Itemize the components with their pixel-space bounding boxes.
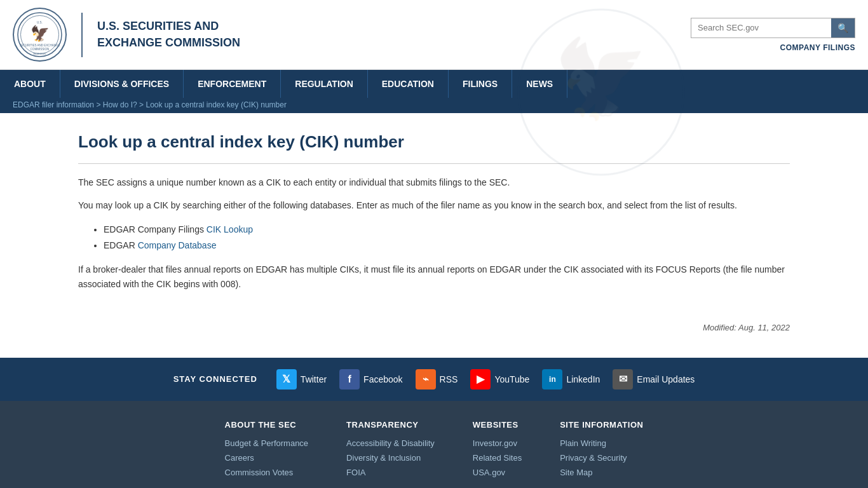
company-database-link[interactable]: Company Database [138, 240, 217, 250]
footer-link-related[interactable]: Related Sites [473, 453, 522, 463]
breadcrumb-current: Look up a central index key (CIK) number [146, 100, 286, 109]
email-link[interactable]: ✉ Email Updates [613, 369, 695, 390]
facebook-icon: f [339, 369, 360, 390]
footer-link-budget[interactable]: Budget & Performance [225, 438, 309, 448]
nav-item-news[interactable]: NEWS [512, 70, 567, 98]
list-item-edgar-filings: EDGAR Company Filings CIK Lookup [104, 222, 790, 238]
breadcrumb-link-howdoi[interactable]: How do I? [103, 100, 137, 109]
paragraph-3: If a broker-dealer that files annual rep… [78, 262, 790, 291]
svg-text:U.S.: U.S. [37, 21, 43, 24]
breadcrumb-link-edgar[interactable]: EDGAR filer information [13, 100, 94, 109]
breadcrumb: EDGAR filer information > How do I? > Lo… [13, 100, 855, 109]
footer-link-privacy[interactable]: Privacy & Security [560, 453, 643, 463]
footer-heading-site-info: SITE INFORMATION [560, 420, 643, 430]
linkedin-label: LinkedIn [566, 374, 600, 384]
search-button[interactable]: 🔍 [831, 18, 855, 37]
site-header: 🦅 🦅 SECURITIES AND EXCHANGE COMMISSION U… [0, 0, 868, 70]
footer-heading-about: ABOUT THE SEC [225, 420, 309, 430]
email-icon: ✉ [613, 369, 633, 390]
twitter-link[interactable]: 𝕏 Twitter [276, 369, 327, 390]
rss-icon: ⌁ [416, 369, 436, 390]
footer-link-sitemap[interactable]: Site Map [560, 468, 643, 477]
list-item-edgar-company: EDGAR Company Database [104, 238, 790, 254]
main-content: Look up a central index key (CIK) number… [0, 113, 868, 358]
footer-col-site-info: SITE INFORMATION Plain Writing Privacy &… [560, 420, 643, 482]
nav-item-filings[interactable]: FILINGS [449, 70, 512, 98]
footer-heading-transparency: TRANSPARENCY [346, 420, 435, 430]
footer-link-usa[interactable]: USA.gov [473, 468, 522, 477]
agency-name: U.S. SECURITIES AND EXCHANGE COMMISSION [97, 18, 240, 50]
bullet-prefix-1: EDGAR Company Filings [104, 224, 207, 234]
rss-link[interactable]: ⌁ RSS [416, 369, 458, 390]
nav-item-education[interactable]: EDUCATION [368, 70, 449, 98]
search-bar: 🔍 [691, 18, 855, 38]
company-filings-link[interactable]: COMPANY FILINGS [780, 43, 855, 52]
youtube-label: YouTube [494, 374, 529, 384]
main-nav: ABOUT DIVISIONS & OFFICES ENFORCEMENT RE… [0, 70, 868, 98]
paragraph-1: The SEC assigns a unique number known as… [78, 175, 790, 189]
header-divider [81, 13, 83, 57]
facebook-link[interactable]: f Facebook [339, 369, 402, 390]
title-divider [78, 163, 790, 164]
footer-heading-websites: WEBSITES [473, 420, 522, 430]
bullet-list: EDGAR Company Filings CIK Lookup EDGAR C… [104, 222, 790, 254]
nav-item-divisions[interactable]: DIVISIONS & OFFICES [60, 70, 184, 98]
paragraph-2: You may look up a CIK by searching eithe… [78, 198, 790, 212]
site-footer: ABOUT THE SEC Budget & Performance Caree… [0, 401, 868, 488]
footer-link-careers[interactable]: Careers [225, 453, 309, 463]
breadcrumb-separator-2: > [139, 100, 146, 109]
twitter-icon: 𝕏 [276, 369, 297, 390]
footer-link-commission[interactable]: Commission Votes [225, 468, 309, 477]
footer-col-transparency: TRANSPARENCY Accessibility & Disability … [346, 420, 435, 482]
linkedin-icon: in [542, 369, 562, 390]
rss-label: RSS [440, 374, 458, 384]
page-title: Look up a central index key (CIK) number [78, 132, 790, 152]
svg-text:COMMISSION: COMMISSION [31, 48, 50, 51]
stay-connected-label: STAY CONNECTED [173, 374, 257, 384]
linkedin-link[interactable]: in LinkedIn [542, 369, 600, 390]
search-input[interactable] [691, 19, 831, 36]
footer-link-plain-writing[interactable]: Plain Writing [560, 438, 643, 448]
svg-text:MCMXXXIV: MCMXXXIV [33, 53, 46, 55]
footer-link-diversity[interactable]: Diversity & Inclusion [346, 453, 435, 463]
nav-item-regulation[interactable]: REGULATION [281, 70, 368, 98]
facebook-label: Facebook [363, 374, 402, 384]
header-right: 🔍 COMPANY FILINGS [691, 18, 855, 52]
footer-col-about: ABOUT THE SEC Budget & Performance Caree… [225, 420, 309, 482]
email-label: Email Updates [637, 374, 695, 384]
modified-date: Modified: Aug. 11, 2022 [78, 323, 790, 345]
breadcrumb-separator-1: > [96, 100, 102, 109]
footer-columns: ABOUT THE SEC Budget & Performance Caree… [85, 420, 783, 482]
footer-link-foia[interactable]: FOIA [346, 468, 435, 477]
nav-item-about[interactable]: ABOUT [0, 70, 60, 98]
footer-link-accessibility[interactable]: Accessibility & Disability [346, 438, 435, 448]
header-brand: 🦅 SECURITIES AND EXCHANGE COMMISSION U.S… [13, 8, 240, 62]
sec-logo: 🦅 SECURITIES AND EXCHANGE COMMISSION U.S… [13, 8, 67, 62]
nav-item-enforcement[interactable]: ENFORCEMENT [184, 70, 281, 98]
bullet-prefix-2: EDGAR [104, 240, 138, 250]
svg-text:SECURITIES AND EXCHANGE: SECURITIES AND EXCHANGE [19, 44, 60, 47]
cik-lookup-link[interactable]: CIK Lookup [207, 224, 253, 234]
social-bar: STAY CONNECTED 𝕏 Twitter f Facebook ⌁ RS… [0, 358, 868, 401]
twitter-label: Twitter [301, 374, 327, 384]
svg-text:🦅: 🦅 [31, 24, 50, 43]
youtube-link[interactable]: ▶ YouTube [470, 369, 529, 390]
breadcrumb-bar: EDGAR filer information > How do I? > Lo… [0, 98, 868, 113]
footer-col-websites: WEBSITES Investor.gov Related Sites USA.… [473, 420, 522, 482]
footer-link-investor[interactable]: Investor.gov [473, 438, 522, 448]
youtube-icon: ▶ [470, 369, 491, 390]
